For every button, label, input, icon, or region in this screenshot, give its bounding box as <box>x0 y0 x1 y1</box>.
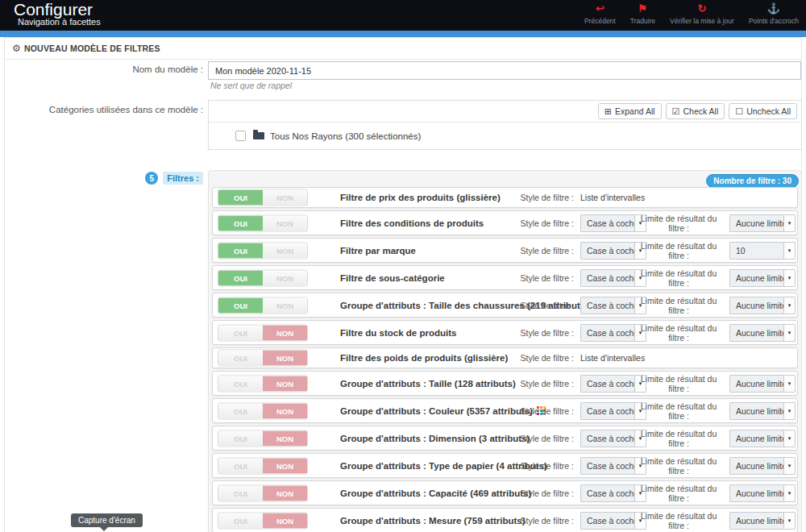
toggle-non[interactable]: NON <box>263 297 307 313</box>
toggle-oui[interactable]: OUI <box>218 351 263 366</box>
filter-row: OUI NON Filtre des poids de produits (gl… <box>212 347 798 368</box>
filter-style-label: Style de filtre : <box>453 328 574 338</box>
top-header: Configurer Navigation à facettes ↩ Précé… <box>0 0 806 31</box>
toggle-non[interactable]: NON <box>263 403 307 418</box>
toggle-oui[interactable]: OUI <box>218 243 263 258</box>
toggle-oui[interactable]: OUI <box>218 215 263 231</box>
toggle-oui[interactable]: OUI <box>218 458 263 473</box>
toggle-oui[interactable]: OUI <box>218 430 263 446</box>
toggle-oui[interactable]: OUI <box>218 270 263 285</box>
toggle-non[interactable]: NON <box>263 190 307 206</box>
enabled-toggle[interactable]: OUI NON <box>218 457 308 474</box>
uncheck-all-button[interactable]: ☐ Uncheck All <box>729 103 797 119</box>
toggle-non[interactable]: NON <box>263 430 307 446</box>
filter-style-label: Style de filtre : <box>453 246 574 256</box>
filter-limit-label: Limite de résultat du filtre : <box>634 268 723 288</box>
chevron-down-icon: ▼ <box>783 430 795 447</box>
toggle-non[interactable]: NON <box>263 376 307 391</box>
model-name-label: Nom du modèle : <box>32 64 203 74</box>
enabled-toggle[interactable]: OUI NON <box>218 512 308 529</box>
model-name-input[interactable] <box>208 61 801 80</box>
filter-row: OUI NON Filtre par marque Style de filtr… <box>212 238 798 263</box>
filter-style-label: Style de filtre : <box>453 461 574 471</box>
enabled-toggle[interactable]: OUI NON <box>218 324 308 341</box>
filters-label: Filtres : <box>163 172 203 185</box>
toggle-non[interactable]: NON <box>263 215 307 231</box>
toggle-non[interactable]: NON <box>263 513 307 528</box>
filter-style-label: Style de filtre : <box>453 353 574 363</box>
toggle-oui[interactable]: OUI <box>218 403 263 418</box>
hook-points-button[interactable]: ⚓ Points d'accroch <box>742 0 806 31</box>
model-name-help: Ne sert que de rappel <box>210 81 292 90</box>
toggle-non[interactable]: NON <box>263 351 307 366</box>
filter-limit-label: Limite de résultat du filtre : <box>634 323 723 343</box>
expand-all-button[interactable]: ⊞ Expand All <box>598 103 662 119</box>
filter-limit-label: Limite de résultat du filtre : <box>634 296 723 315</box>
enabled-toggle[interactable]: OUI NON <box>218 484 308 501</box>
previous-label: Précédent <box>584 17 616 25</box>
filter-limit-select[interactable]: Aucune limite ▼ <box>729 457 796 475</box>
filter-row: OUI NON Groupe d'attributs : Mesure (759… <box>212 508 798 532</box>
filter-limit-select[interactable]: Aucune limite ▼ <box>729 375 796 393</box>
filter-row: OUI NON Filtre des conditions de produit… <box>212 210 798 235</box>
filter-style-label: Style de filtre : <box>453 301 574 310</box>
filter-style-label: Style de filtre : <box>453 488 574 498</box>
panel-title-text: NOUVEAU MODÈLE DE FILTRES <box>24 44 160 53</box>
check-all-button[interactable]: ☑ Check All <box>666 103 725 119</box>
enabled-toggle[interactable]: OUI NON <box>218 375 308 392</box>
previous-button[interactable]: ↩ Précédent <box>577 0 623 31</box>
filter-row: OUI NON Groupe d'attributs : Taille des … <box>212 293 798 318</box>
filter-limit-select[interactable]: Aucune limite ▼ <box>729 214 796 232</box>
toggle-oui[interactable]: OUI <box>218 485 263 501</box>
filter-style-value: Liste d'intervalles <box>580 353 645 363</box>
toggle-oui[interactable]: OUI <box>218 325 263 340</box>
anchor-icon: ⚓ <box>767 3 780 14</box>
toggle-oui[interactable]: OUI <box>218 190 263 206</box>
toggle-non[interactable]: NON <box>263 485 307 501</box>
enabled-toggle[interactable]: OUI NON <box>218 189 308 206</box>
filter-limit-select[interactable]: Aucune limite ▼ <box>729 512 796 530</box>
check-update-button[interactable]: ↻ Vérifier la mise à jour <box>663 0 742 31</box>
chevron-down-icon: ▼ <box>783 458 795 474</box>
filters-panel: Nombre de filtre : 30 OUI NON Filtre de … <box>208 170 802 532</box>
translate-button[interactable]: ⚑ Traduire <box>623 0 663 31</box>
filter-limit-label: Limite de résultat du filtre : <box>634 429 723 448</box>
filter-limit-select[interactable]: Aucune limite ▼ <box>729 402 796 420</box>
filter-limit-select[interactable]: Aucune limite ▼ <box>729 297 796 314</box>
enabled-toggle[interactable]: OUI NON <box>218 297 308 314</box>
filter-limit-select[interactable]: Aucune limite ▼ <box>729 430 796 447</box>
toggle-non[interactable]: NON <box>263 325 307 340</box>
filter-name: Filtre du stock de produits <box>340 328 456 338</box>
filter-limit-select[interactable]: Aucune limite ▼ <box>729 484 796 502</box>
chevron-down-icon: ▼ <box>783 297 795 314</box>
flag-icon: ⚑ <box>638 3 648 14</box>
filter-style-label: Style de filtre : <box>453 193 574 202</box>
enabled-toggle[interactable]: OUI NON <box>218 402 308 419</box>
page-subtitle: Navigation à facettes <box>18 17 101 27</box>
toggle-non[interactable]: NON <box>263 458 307 473</box>
filter-limit-select[interactable]: Aucune limite ▼ <box>729 324 796 342</box>
category-checkbox[interactable] <box>235 131 246 141</box>
enabled-toggle[interactable]: OUI NON <box>218 242 308 259</box>
toggle-non[interactable]: NON <box>263 270 307 285</box>
filter-limit-select[interactable]: 10 ▼ <box>729 242 796 260</box>
chevron-down-icon: ▼ <box>783 485 795 501</box>
toggle-oui[interactable]: OUI <box>218 513 263 528</box>
filter-limit-select[interactable]: Aucune limite ▼ <box>729 269 796 287</box>
enabled-toggle[interactable]: OUI NON <box>218 269 308 286</box>
filter-style-label: Style de filtre : <box>453 218 574 228</box>
category-tree-root[interactable]: Tous Nos Rayons (300 sélectionnés) <box>209 123 801 149</box>
toggle-oui[interactable]: OUI <box>218 297 263 313</box>
chevron-down-icon: ▼ <box>783 325 795 341</box>
folder-icon <box>253 132 264 139</box>
expand-icon: ⊞ <box>604 107 612 116</box>
toggle-non[interactable]: NON <box>263 243 307 258</box>
chevron-down-icon: ▼ <box>783 243 795 259</box>
enabled-toggle[interactable]: OUI NON <box>218 214 308 231</box>
filter-limit-label: Limite de résultat du filtre : <box>634 374 723 393</box>
categories-box: ⊞ Expand All ☑ Check All ☐ Uncheck All T… <box>208 100 802 150</box>
enabled-toggle[interactable]: OUI NON <box>218 350 308 367</box>
chevron-down-icon: ▼ <box>783 376 795 392</box>
enabled-toggle[interactable]: OUI NON <box>218 430 308 447</box>
toggle-oui[interactable]: OUI <box>218 376 263 391</box>
